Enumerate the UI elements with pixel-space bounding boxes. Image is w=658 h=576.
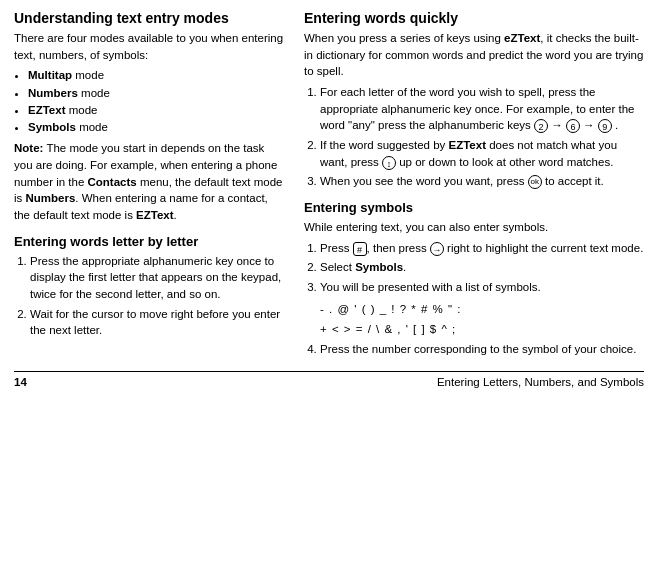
list-item: For each letter of the word you wish to …	[320, 84, 644, 134]
footer-page-number: 14	[14, 376, 27, 388]
list-item: If the word suggested by EZText does not…	[320, 137, 644, 170]
section1-intro: When you press a series of keys using eZ…	[304, 30, 644, 80]
footer-chapter-title: Entering Letters, Numbers, and Symbols	[437, 376, 644, 388]
list-item: Press the appropriate alphanumeric key o…	[30, 253, 284, 303]
list-item: Press #, then press → right to highlight…	[320, 240, 644, 257]
eztext-inline: eZText	[504, 32, 540, 44]
list-item: When you see the word you want, press ok…	[320, 173, 644, 190]
list-item: Multitap mode	[28, 67, 284, 84]
left-column: Understanding text entry modes There are…	[14, 10, 284, 361]
left-intro: There are four modes available to you wh…	[14, 30, 284, 63]
section2-heading: Entering words letter by letter	[14, 234, 284, 249]
symbols-bold: Symbols	[355, 261, 403, 273]
numbers-label: Numbers	[28, 87, 78, 99]
footer-bar: 14 Entering Letters, Numbers, and Symbol…	[14, 371, 644, 392]
ok-key: ok	[528, 175, 542, 189]
list-item: Numbers mode	[28, 85, 284, 102]
left-main-heading: Understanding text entry modes	[14, 10, 284, 26]
symbols-row2: + < > = / \ & , ' [ ] $ ^ ;	[320, 320, 644, 338]
contacts-bold: Contacts	[88, 176, 137, 188]
list-item: Symbols mode	[28, 119, 284, 136]
right-main-heading: Entering words quickly	[304, 10, 644, 26]
list-item: Wait for the cursor to move right before…	[30, 306, 284, 339]
modes-list: Multitap mode Numbers mode EZText mode S…	[28, 67, 284, 136]
list-item: Select Symbols.	[320, 259, 644, 276]
multitap-label: Multitap	[28, 69, 72, 81]
key-2: 2	[534, 119, 548, 133]
key-9: 9	[598, 119, 612, 133]
symbols-intro: While entering text, you can also enter …	[304, 219, 644, 236]
eztext-step2: EZText	[449, 139, 487, 151]
symbols-heading: Entering symbols	[304, 200, 644, 215]
key-6: 6	[566, 119, 580, 133]
symbols-label: Symbols	[28, 121, 76, 133]
right-column: Entering words quickly When you press a …	[304, 10, 644, 361]
list-item: Press the number corresponding to the sy…	[320, 341, 644, 358]
symbol-steps: Press #, then press → right to highlight…	[320, 240, 644, 296]
symbol-steps-cont: Press the number corresponding to the sy…	[320, 341, 644, 358]
nav-right-key: →	[430, 242, 444, 256]
list-item: EZText mode	[28, 102, 284, 119]
nav-key: ↕	[382, 156, 396, 170]
letter-steps: Press the appropriate alphanumeric key o…	[30, 253, 284, 339]
numbers-bold: Numbers	[26, 192, 76, 204]
symbols-row1: - . @ ' ( ) _ ! ? * # % " :	[320, 300, 644, 318]
list-item: You will be presented with a list of sym…	[320, 279, 644, 296]
eztext-bold: EZText	[136, 209, 174, 221]
note-paragraph: Note: The mode you start in depends on t…	[14, 140, 284, 223]
two-column-layout: Understanding text entry modes There are…	[14, 10, 644, 361]
quick-steps: For each letter of the word you wish to …	[320, 84, 644, 190]
eztext-label: EZText	[28, 104, 66, 116]
hash-key: #	[353, 242, 367, 256]
page-container: Understanding text entry modes There are…	[0, 0, 658, 392]
note-label: Note:	[14, 142, 43, 154]
